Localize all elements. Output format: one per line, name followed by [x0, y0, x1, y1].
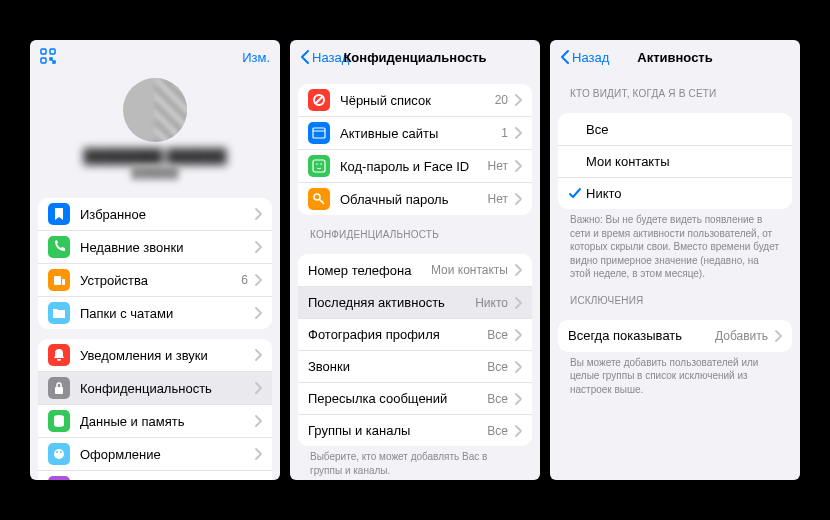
row-label: Активные сайты — [340, 126, 495, 141]
chevron-right-icon — [254, 241, 262, 253]
back-button[interactable]: Назад — [560, 50, 609, 65]
row-label: Всегда показывать — [568, 328, 709, 343]
list-item[interactable]: Группы и каналыВсе — [298, 414, 532, 446]
bookmark-icon — [48, 203, 70, 225]
profile-header[interactable]: ████████ ██████ ██████ — [38, 74, 272, 188]
svg-rect-0 — [41, 49, 46, 54]
brush-icon — [48, 443, 70, 465]
phone-icon — [48, 236, 70, 258]
exceptions-header: ИСКЛЮЧЕНИЯ — [558, 281, 792, 310]
privacy-scroll: Чёрный список20Активные сайты1Код-пароль… — [290, 74, 540, 480]
folder-icon — [48, 302, 70, 324]
list-item[interactable]: Устройства6 — [38, 263, 272, 296]
row-label: Звонки — [308, 359, 481, 374]
chevron-right-icon — [514, 361, 522, 373]
list-item[interactable]: Избранное — [38, 198, 272, 230]
choice-label: Никто — [586, 186, 622, 201]
key-icon — [308, 188, 330, 210]
bell-icon — [48, 344, 70, 366]
row-label: Конфиденциальность — [80, 381, 248, 396]
settings-group-2: Уведомления и звукиКонфиденциальностьДан… — [38, 339, 272, 480]
globe-icon — [48, 476, 70, 480]
choice-label: Мои контакты — [586, 154, 670, 169]
settings-group-1: ИзбранноеНедавние звонкиУстройства6Папки… — [38, 198, 272, 329]
row-value: Все — [487, 360, 508, 374]
row-value: Нет — [488, 159, 508, 173]
row-value: 20 — [495, 93, 508, 107]
row-label: Язык — [80, 480, 197, 481]
chevron-right-icon — [514, 94, 522, 106]
chevron-right-icon — [254, 415, 262, 427]
list-item[interactable]: ЗвонкиВсе — [298, 350, 532, 382]
svg-point-22 — [320, 163, 322, 165]
avatar[interactable] — [123, 78, 187, 142]
delete-header: УДАЛИТЬ АККАУНТ АВТОМАТИЧЕСКИ — [298, 477, 532, 480]
user-subtitle: ██████ — [38, 166, 272, 178]
list-item[interactable]: ЯзыкРусский — [38, 470, 272, 480]
list-item[interactable]: Фотография профиляВсе — [298, 318, 532, 350]
list-item[interactable]: Уведомления и звуки — [38, 339, 272, 371]
list-item[interactable]: Активные сайты1 — [298, 116, 532, 149]
list-item[interactable]: Оформление — [38, 437, 272, 470]
chevron-right-icon — [254, 349, 262, 361]
choice-label: Все — [586, 122, 608, 137]
svg-rect-2 — [41, 58, 46, 63]
choice-item[interactable]: Никто — [558, 177, 792, 209]
chevron-right-icon — [514, 160, 522, 172]
row-label: Данные и память — [80, 414, 248, 429]
row-label: Устройства — [80, 273, 235, 288]
settings-panel: Изм. ████████ ██████ ██████ ИзбранноеНед… — [30, 40, 280, 480]
activity-scroll: КТО ВИДИТ, КОГДА Я В СЕТИ ВсеМои контакт… — [550, 74, 800, 480]
list-item[interactable]: Код-пароль и Face IDНет — [298, 149, 532, 182]
activity-choices: ВсеМои контактыНикто — [558, 113, 792, 209]
svg-rect-18 — [313, 128, 325, 138]
svg-rect-1 — [50, 49, 55, 54]
choice-item[interactable]: Все — [558, 113, 792, 145]
row-label: Папки с чатами — [80, 306, 248, 321]
user-name: ████████ ██████ — [38, 148, 272, 164]
row-value: Все — [487, 328, 508, 342]
row-value: Мои контакты — [431, 263, 508, 277]
list-item[interactable]: Конфиденциальность — [38, 371, 272, 404]
chevron-right-icon — [254, 448, 262, 460]
list-item[interactable]: Номер телефонаМои контакты — [298, 254, 532, 286]
activity-panel: Назад Активность КТО ВИДИТ, КОГДА Я В СЕ… — [550, 40, 800, 480]
svg-rect-7 — [55, 387, 63, 394]
chevron-right-icon — [514, 393, 522, 405]
row-value: Нет — [488, 192, 508, 206]
list-item[interactable]: Данные и память — [38, 404, 272, 437]
list-item[interactable]: Папки с чатами — [38, 296, 272, 329]
chevron-right-icon — [514, 127, 522, 139]
row-label: Уведомления и звуки — [80, 348, 248, 363]
back-label: Назад — [312, 50, 349, 65]
chevron-right-icon — [254, 208, 262, 220]
chevron-right-icon — [514, 264, 522, 276]
row-value: Добавить — [715, 329, 768, 343]
chevron-right-icon — [774, 330, 782, 342]
list-item[interactable]: Последняя активностьНикто — [298, 286, 532, 318]
row-label: Фотография профиля — [308, 327, 481, 342]
chevron-right-icon — [254, 307, 262, 319]
svg-point-9 — [54, 449, 64, 459]
activity-topbar: Назад Активность — [550, 40, 800, 74]
list-item[interactable]: Чёрный список20 — [298, 84, 532, 116]
svg-point-10 — [56, 451, 58, 453]
list-item[interactable]: Недавние звонки — [38, 230, 272, 263]
edit-button[interactable]: Изм. — [242, 50, 270, 65]
qr-icon[interactable] — [40, 48, 56, 67]
settings-scroll: ████████ ██████ ██████ ИзбранноеНедавние… — [30, 74, 280, 480]
checkmark-icon — [568, 187, 586, 201]
choice-item[interactable]: Мои контакты — [558, 145, 792, 177]
svg-rect-20 — [313, 160, 325, 172]
block-icon — [308, 89, 330, 111]
row-value: Никто — [475, 296, 508, 310]
list-item[interactable]: Всегда показыватьДобавить — [558, 320, 792, 352]
row-value: Все — [487, 392, 508, 406]
svg-rect-4 — [53, 61, 55, 63]
privacy-topbar: Назад Конфиденциальность — [290, 40, 540, 74]
list-item[interactable]: Пересылка сообщенийВсе — [298, 382, 532, 414]
back-button[interactable]: Назад — [300, 50, 349, 65]
list-item[interactable]: Облачный парольНет — [298, 182, 532, 215]
svg-rect-3 — [50, 58, 52, 60]
row-label: Номер телефона — [308, 263, 425, 278]
